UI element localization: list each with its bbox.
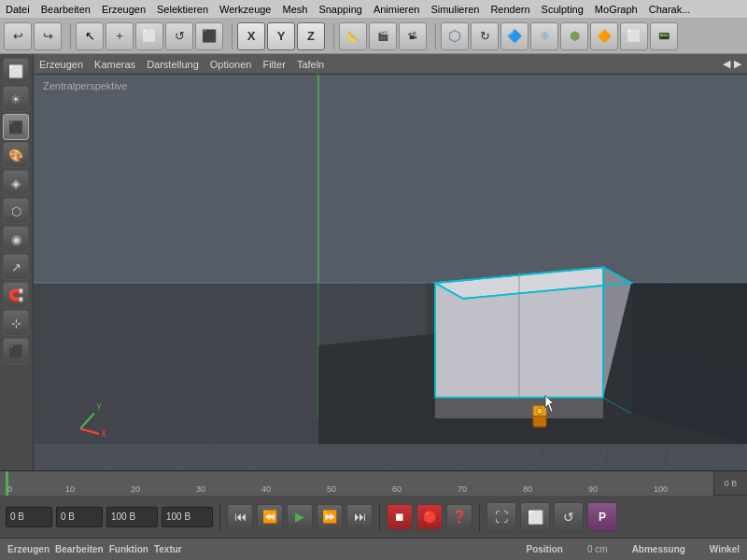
vp-menu-darstellung[interactable]: Darstellung: [147, 59, 199, 70]
obj-btn-6[interactable]: 🔶: [590, 22, 618, 50]
sidebar-icon-2[interactable]: ☀: [3, 86, 29, 112]
frame-value-4: 100 B: [166, 511, 190, 522]
menu-mesh[interactable]: Mesh: [276, 4, 313, 15]
menu-erzeugen[interactable]: Erzeugen: [96, 4, 151, 15]
vp-arrow-right[interactable]: ▶: [734, 58, 741, 70]
toolbar-sep-1: [70, 23, 71, 49]
vp-menu-tafeln[interactable]: Tafeln: [297, 59, 324, 70]
sidebar-magnet-icon[interactable]: 🧲: [3, 282, 29, 308]
menu-bearbeiten[interactable]: Bearbeiten: [35, 4, 96, 15]
menu-simulieren[interactable]: Simulieren: [425, 4, 485, 15]
menu-snapping[interactable]: Snapping: [313, 4, 368, 15]
transport-bar: 0 B 0 B 100 B 100 B ⏮ ⏪ ▶ ⏩ ⏭ ⏹ 🔴 ❓ ⛶ ⬜ …: [0, 495, 747, 538]
rotate-button[interactable]: ↺: [165, 22, 193, 50]
menu-werkzeuge[interactable]: Werkzeuge: [214, 4, 276, 15]
svg-marker-46: [435, 398, 603, 418]
obj-btn-5[interactable]: ⬢: [560, 22, 588, 50]
timeline-end-label: 0 B: [713, 471, 747, 495]
toolbar-sep-3: [333, 23, 334, 49]
render-btn-3[interactable]: 📽: [399, 22, 427, 50]
move-icon-btn[interactable]: ⛶: [486, 502, 516, 532]
undo-button[interactable]: ↩: [4, 22, 32, 50]
move-button[interactable]: ⬛: [195, 22, 223, 50]
menu-sculpting[interactable]: Sculpting: [536, 4, 589, 15]
scale-icon-btn[interactable]: ⬜: [520, 502, 550, 532]
sidebar-icon-7[interactable]: ◉: [3, 226, 29, 252]
object-group: ⬡ ↻ 🔷 ❄ ⬢ 🔶 ⬜ 📟: [441, 22, 678, 50]
main-area: ⬜ ☀ ⬛ 🎨 ◈ ⬡ ◉ ↗ 🧲 ⊹ ⬛ Erzeugen Kameras D…: [0, 54, 747, 470]
status-left-group: Erzeugen Bearbeiten Funktion Textur: [7, 544, 182, 554]
menu-charak[interactable]: Charak...: [643, 4, 697, 15]
timeline: 0 10 20 30 40 50 60 70 80 90 100 0 B: [0, 470, 747, 495]
param-btn[interactable]: P: [587, 502, 617, 532]
frame-field-4[interactable]: 100 B: [162, 507, 213, 527]
next-frame-button[interactable]: ⏩: [317, 504, 343, 530]
go-end-button[interactable]: ⏭: [346, 504, 373, 530]
tl-tick-40: 40: [261, 484, 271, 494]
transport-sep-3: [479, 503, 480, 531]
frame-value-2: 0 B: [61, 511, 75, 522]
sidebar-icon-6[interactable]: ⬡: [3, 198, 29, 224]
obj-btn-1[interactable]: ⬡: [441, 22, 469, 50]
axis-x-button[interactable]: X: [237, 22, 265, 50]
add-button[interactable]: +: [106, 22, 134, 50]
tool-group: ↖ + ⬜ ↺ ⬛: [76, 22, 223, 50]
menu-datei[interactable]: Datei: [0, 4, 35, 15]
record-button-1[interactable]: ⏹: [387, 504, 413, 530]
status-funktion[interactable]: Funktion: [109, 544, 148, 554]
record-button-2[interactable]: 🔴: [416, 504, 443, 530]
rotate-icon-btn[interactable]: ↺: [554, 502, 584, 532]
prev-frame-button[interactable]: ⏪: [257, 504, 283, 530]
select-tool-button[interactable]: ↖: [76, 22, 104, 50]
menu-rendern[interactable]: Rendern: [485, 4, 535, 15]
current-frame-field[interactable]: 0 B: [6, 507, 52, 527]
undo-redo-group: ↩ ↪: [4, 22, 62, 50]
vp-menu-ansicht[interactable]: Erzeugen: [39, 59, 83, 70]
obj-btn-3[interactable]: 🔷: [500, 22, 529, 50]
play-button[interactable]: ▶: [287, 504, 313, 530]
render-btn-2[interactable]: 🎬: [369, 22, 397, 50]
render-btn-1[interactable]: 📐: [339, 22, 367, 50]
sidebar-icon-10[interactable]: ⊹: [3, 310, 29, 336]
obj-btn-7[interactable]: ⬜: [620, 22, 648, 50]
status-erzeugen[interactable]: Erzeugen: [7, 544, 49, 554]
menu-mograph[interactable]: MoGraph: [589, 4, 643, 15]
go-start-button[interactable]: ⏮: [227, 504, 253, 530]
sidebar-icon-5[interactable]: ◈: [3, 170, 29, 196]
menu-selektieren[interactable]: Selektieren: [151, 4, 214, 15]
menu-animieren[interactable]: Animieren: [368, 4, 426, 15]
menu-bar: Datei Bearbeiten Erzeugen Selektieren We…: [0, 0, 747, 19]
frame-field-3[interactable]: 100 B: [106, 507, 158, 527]
axis-y-button[interactable]: Y: [267, 22, 295, 50]
render-group: 📐 🎬 📽: [339, 22, 427, 50]
tl-tick-50: 50: [327, 484, 336, 494]
vp-arrow-left[interactable]: ◀: [723, 58, 730, 70]
timeline-ruler[interactable]: 0 10 20 30 40 50 60 70 80 90 100: [0, 471, 713, 496]
sidebar-icon-4[interactable]: 🎨: [3, 142, 29, 168]
help-button[interactable]: ❓: [446, 504, 472, 530]
tl-tick-10: 10: [65, 484, 75, 494]
scale-button[interactable]: ⬜: [135, 22, 163, 50]
tl-tick-60: 60: [392, 484, 402, 494]
frame-field-2[interactable]: 0 B: [56, 507, 103, 527]
obj-btn-8[interactable]: 📟: [650, 22, 678, 50]
obj-btn-4[interactable]: ❄: [530, 22, 558, 50]
sidebar-icon-11[interactable]: ⬛: [3, 338, 29, 364]
obj-btn-2[interactable]: ↻: [471, 22, 499, 50]
viewport[interactable]: Y X Zentralperspektive: [34, 75, 747, 470]
tl-tick-100: 100: [654, 484, 668, 494]
sidebar-icon-3[interactable]: ⬛: [3, 114, 29, 140]
sidebar-icon-1[interactable]: ⬜: [3, 58, 29, 84]
status-position-value: 0 cm: [587, 544, 608, 554]
vp-menu-kameras[interactable]: Kameras: [94, 59, 135, 70]
frame-value-3: 100 B: [111, 511, 135, 522]
axis-z-button[interactable]: Z: [297, 22, 325, 50]
vp-menu-optionen[interactable]: Optionen: [210, 59, 252, 70]
status-bearbeiten[interactable]: Bearbeiten: [55, 544, 104, 554]
redo-button[interactable]: ↪: [34, 22, 62, 50]
sidebar-icon-8[interactable]: ↗: [3, 254, 29, 280]
vp-menu-filter[interactable]: Filter: [262, 59, 285, 70]
tl-tick-90: 90: [588, 484, 598, 494]
status-textur[interactable]: Textur: [154, 544, 182, 554]
status-abmessung-label: Abmessung: [632, 544, 685, 554]
